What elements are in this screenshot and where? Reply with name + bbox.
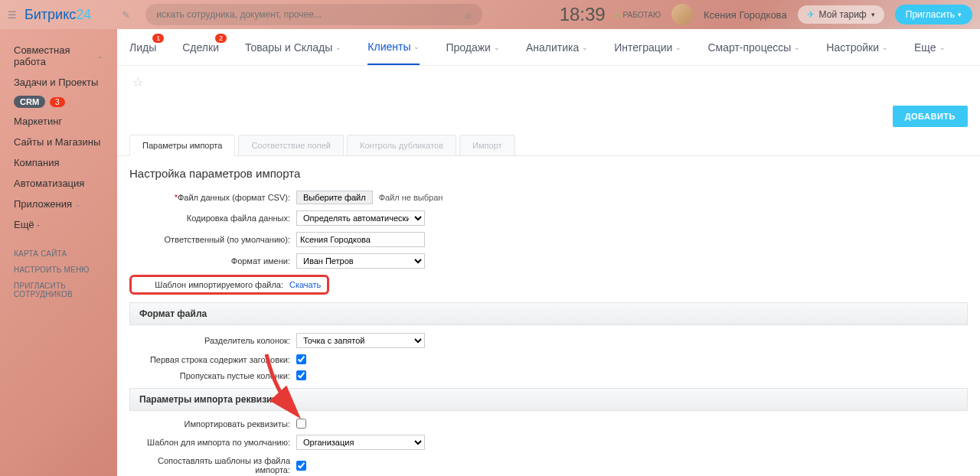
chevron-down-icon: ⌄ bbox=[75, 201, 81, 208]
sidebar-item-marketing[interactable]: Маркетинг bbox=[0, 111, 117, 132]
nav-label: Настройки bbox=[826, 41, 879, 54]
invite-label: Пригласить bbox=[906, 9, 955, 20]
sidebar-invite[interactable]: ПРИГЛАСИТЬ СОТРУДНИКОВ bbox=[0, 278, 117, 302]
tab-import: Импорт bbox=[459, 135, 514, 155]
section-fileformat: Формат файла bbox=[129, 302, 968, 325]
sidebar-configure[interactable]: НАСТРОИТЬ МЕНЮ bbox=[0, 262, 117, 278]
actionbar: ДОБАВИТЬ bbox=[117, 98, 980, 135]
sidebar-item-label: Сайты и Магазины bbox=[14, 136, 100, 148]
chevron-down-icon: ⌄ bbox=[97, 52, 103, 60]
nav-clients[interactable]: Клиенты⌄ bbox=[368, 30, 420, 65]
match-tpl-label: Сопоставлять шаблоны из файла импорта: bbox=[129, 456, 296, 474]
plane-icon: ✈ bbox=[807, 9, 815, 20]
invite-button[interactable]: Пригласить ▾ bbox=[895, 5, 972, 24]
nav-settings[interactable]: Настройки⌄ bbox=[826, 31, 888, 64]
search-box[interactable]: ⌕ bbox=[145, 4, 482, 25]
import-form: *Файл данных (формат CSV): Выберите файл… bbox=[117, 187, 980, 476]
logo-suffix: 24 bbox=[76, 7, 91, 23]
nav-label: Лиды bbox=[129, 41, 156, 54]
sidebar-item-label: Автоматизация bbox=[14, 178, 84, 189]
delimiter-select[interactable]: Точка с запятой bbox=[296, 333, 425, 348]
file-label: *Файл данных (формат CSV): bbox=[129, 193, 296, 202]
nav-integrations[interactable]: Интеграции⌄ bbox=[614, 31, 681, 64]
tab-duplicates: Контроль дубликатов bbox=[347, 135, 456, 155]
match-tpl-checkbox[interactable] bbox=[296, 461, 306, 471]
sidebar-item-tasks[interactable]: Задачи и Проекты bbox=[0, 72, 117, 93]
chevron-down-icon: ⌄ bbox=[882, 44, 888, 51]
nav-label: Сделки bbox=[182, 41, 219, 54]
skipempty-checkbox[interactable] bbox=[296, 370, 306, 380]
nav-deals[interactable]: Сделки2 bbox=[182, 31, 219, 64]
search-icon[interactable]: ⌕ bbox=[466, 9, 472, 21]
nav-label: Смарт-процессы bbox=[707, 41, 791, 54]
add-button[interactable]: ДОБАВИТЬ bbox=[893, 106, 968, 127]
nav-label: Интеграции bbox=[614, 41, 672, 54]
logo[interactable]: Битрикс24 bbox=[24, 7, 91, 23]
chevron-down-icon: ▾ bbox=[958, 11, 962, 18]
download-template-link[interactable]: Скачать bbox=[289, 280, 321, 289]
tariff-label: Мой тариф bbox=[819, 9, 867, 20]
chevron-down-icon: ⌄ bbox=[794, 44, 800, 51]
default-tpl-label: Шаблон для импорта по умолчанию: bbox=[129, 438, 296, 447]
nav-smart[interactable]: Смарт-процессы⌄ bbox=[707, 31, 800, 64]
layout: Совместная работа⌄ Задачи и Проекты CRM … bbox=[0, 29, 980, 476]
sidebar-item-apps[interactable]: Приложения⌄ bbox=[0, 194, 117, 214]
file-status: Файл не выбран bbox=[379, 193, 443, 202]
nav-label: Еще bbox=[914, 41, 936, 54]
sidebar-item-crm[interactable]: CRM 3 bbox=[0, 93, 117, 111]
nav-badge: 1 bbox=[152, 34, 164, 43]
sidebar: Совместная работа⌄ Задачи и Проекты CRM … bbox=[0, 29, 117, 476]
default-tpl-select[interactable]: Организация bbox=[296, 435, 425, 450]
import-req-label: Импортировать реквизиты: bbox=[129, 419, 296, 429]
clock: 18:39 bbox=[560, 4, 606, 25]
responsible-input[interactable] bbox=[296, 232, 425, 247]
nav-more[interactable]: Еще⌄ bbox=[914, 31, 946, 64]
nav-products[interactable]: Товары и Склады⌄ bbox=[245, 31, 341, 64]
nav-analytics[interactable]: Аналитика⌄ bbox=[526, 31, 588, 64]
avatar[interactable] bbox=[671, 4, 693, 25]
sidebar-item-label: Приложения bbox=[14, 198, 72, 210]
sidebar-item-automation[interactable]: Автоматизация bbox=[0, 173, 117, 194]
nav-leads[interactable]: Лиды1 bbox=[129, 31, 156, 64]
hamburger-icon[interactable]: ☰ bbox=[8, 9, 17, 21]
import-tabs: Параметры импорта Соответствие полей Кон… bbox=[117, 135, 980, 156]
star-icon[interactable]: ☆ bbox=[132, 75, 143, 90]
topbar: ☰ Битрикс24 ✎ ⌕ 18:39 РАБОТАЮ Ксения Гор… bbox=[0, 0, 980, 29]
nav-label: Аналитика bbox=[526, 41, 579, 54]
import-req-checkbox[interactable] bbox=[296, 419, 306, 429]
main: Лиды1 Сделки2 Товары и Склады⌄ Клиенты⌄ … bbox=[117, 29, 980, 476]
tab-mapping: Соответствие полей bbox=[238, 135, 344, 155]
encoding-select[interactable]: Определять автоматически bbox=[296, 210, 425, 226]
chevron-down-icon: ⌄ bbox=[939, 44, 946, 51]
nameformat-select[interactable]: Иван Петров bbox=[296, 253, 425, 269]
search-input[interactable] bbox=[156, 9, 466, 20]
sidebar-item-more[interactable]: Ещё · bbox=[0, 214, 117, 235]
logo-text: Битрикс bbox=[24, 7, 76, 23]
choose-file-button[interactable]: Выберите файл bbox=[296, 191, 373, 204]
chevron-down-icon: ⌄ bbox=[675, 44, 681, 51]
sidebar-item-label: Задачи и Проекты bbox=[14, 77, 98, 88]
sidebar-item-label: Маркетинг bbox=[14, 116, 62, 127]
tariff-button[interactable]: ✈ Мой тариф ▾ bbox=[798, 5, 884, 24]
template-highlight: Шаблон импортируемого файла: Скачать bbox=[129, 275, 329, 295]
crm-badge: CRM bbox=[14, 96, 45, 108]
crm-count: 3 bbox=[50, 97, 65, 107]
username[interactable]: Ксения Городкова bbox=[704, 9, 787, 21]
firstrow-checkbox[interactable] bbox=[296, 354, 306, 364]
sidebar-sitemap[interactable]: КАРТА САЙТА bbox=[0, 246, 117, 262]
chevron-down-icon: ⌄ bbox=[413, 43, 420, 51]
sidebar-item-sites[interactable]: Сайты и Магазины bbox=[0, 132, 117, 152]
sidebar-item-company[interactable]: Компания bbox=[0, 152, 117, 173]
edit-icon[interactable]: ✎ bbox=[122, 9, 130, 21]
nav-sales[interactable]: Продажи⌄ bbox=[446, 31, 499, 64]
tab-params[interactable]: Параметры импорта bbox=[129, 135, 235, 156]
work-status[interactable]: РАБОТАЮ bbox=[616, 11, 661, 19]
sidebar-item-label: Компания bbox=[14, 157, 60, 168]
page-title: Настройка параметров импорта bbox=[117, 156, 980, 187]
titlebar: ☆ bbox=[117, 66, 980, 98]
sidebar-item-collab[interactable]: Совместная работа⌄ bbox=[0, 40, 117, 72]
topbar-right: 18:39 РАБОТАЮ Ксения Городкова ✈ Мой тар… bbox=[560, 4, 972, 25]
chevron-down-icon: ⌄ bbox=[582, 44, 588, 51]
encoding-label: Кодировка файла данных: bbox=[129, 214, 296, 223]
skipempty-label: Пропускать пустые колонки: bbox=[129, 371, 296, 380]
